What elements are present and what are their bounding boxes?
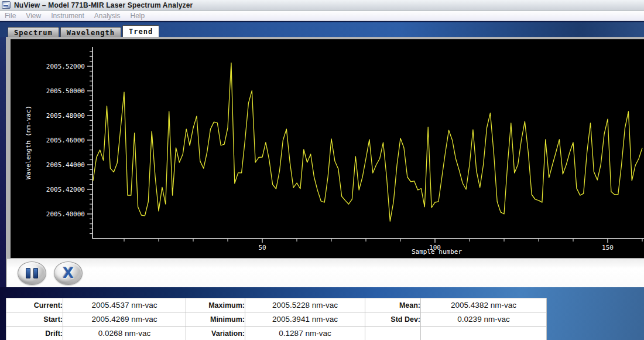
stats-table: Current: 2005.4537 nm-vac Maximum: 2005.… (6, 298, 547, 340)
pause-button[interactable] (18, 261, 46, 285)
menu-item-file[interactable]: File (5, 12, 16, 20)
stat-variation-value: 0.1287 nm-vac (245, 327, 365, 340)
stat-minimum-label: Minimum: (186, 312, 245, 327)
stat-minimum-value: 2005.3941 nm-vac (245, 312, 365, 327)
tab-bar: Spectrum Wavelength Trend (8, 25, 160, 37)
stat-variation-label: Variation: (186, 327, 245, 340)
svg-text:2005.40000: 2005.40000 (46, 210, 85, 218)
axes: 2005.400002005.420002005.440002005.46000… (46, 47, 644, 251)
svg-text:100: 100 (429, 244, 441, 251)
stat-mean-value: 2005.4382 nm-vac (421, 298, 547, 312)
table-row: Current: 2005.4537 nm-vac Maximum: 2005.… (6, 298, 547, 312)
stat-stddev-value: 0.0239 nm-vac (421, 312, 547, 327)
svg-text:2005.52000: 2005.52000 (46, 63, 85, 70)
table-row: Start: 2005.4269 nm-vac Minimum: 2005.39… (6, 312, 547, 327)
svg-text:2005.46000: 2005.46000 (46, 137, 85, 144)
trend-chart: Wavelength (nm-vac) Sample number 2005.4… (11, 39, 644, 258)
app-icon[interactable] (2, 1, 11, 9)
stat-current-value: 2005.4537 nm-vac (63, 298, 186, 312)
trend-line (93, 63, 642, 221)
y-axis-title: Wavelength (nm-vac) (25, 106, 32, 179)
tab-spectrum[interactable]: Spectrum (8, 27, 59, 37)
x-icon: X (63, 266, 74, 280)
stat-start-label: Start: (6, 312, 63, 327)
stat-current-label: Current: (6, 298, 63, 312)
trend-plot: Wavelength (nm-vac) Sample number 2005.4… (11, 39, 644, 258)
stat-stddev-label: Std Dev: (365, 312, 421, 327)
menu-item-analysis[interactable]: Analysis (94, 12, 121, 20)
stat-maximum-value: 2005.5228 nm-vac (245, 298, 365, 312)
stat-start-value: 2005.4269 nm-vac (63, 312, 186, 327)
svg-text:50: 50 (258, 244, 266, 251)
stat-maximum-label: Maximum: (186, 298, 245, 312)
window-title: NuView – Model 771B-MIR Laser Spectrum A… (14, 1, 193, 9)
pause-icon (26, 268, 30, 278)
tab-trend[interactable]: Trend (122, 25, 159, 37)
stat-mean-label: Mean: (365, 298, 421, 312)
svg-text:2005.42000: 2005.42000 (46, 186, 85, 193)
svg-text:2005.48000: 2005.48000 (46, 112, 85, 120)
table-row: Drift: 0.0268 nm-vac Variation: 0.1287 n… (6, 327, 547, 340)
svg-text:2005.50000: 2005.50000 (46, 87, 85, 95)
stat-empty-value (421, 327, 547, 340)
status-area: Current: 2005.4537 nm-vac Maximum: 2005.… (0, 287, 644, 340)
stat-drift-label: Drift: (6, 327, 63, 340)
menu-bar: File View Instrument Analysis Help (0, 11, 644, 21)
stat-empty-label (365, 327, 421, 340)
menu-item-view[interactable]: View (26, 12, 41, 20)
svg-text:2005.44000: 2005.44000 (46, 161, 85, 169)
control-strip: X (7, 258, 644, 287)
app-window: { "window": { "title": "NuView – Model 7… (0, 0, 644, 340)
tab-wavelength[interactable]: Wavelength (60, 27, 121, 37)
title-bar: NuView – Model 771B-MIR Laser Spectrum A… (0, 0, 644, 11)
tab-strip-background: Spectrum Wavelength Trend (0, 21, 644, 37)
stat-drift-value: 0.0268 nm-vac (63, 327, 186, 340)
menu-item-instrument[interactable]: Instrument (51, 12, 84, 20)
svg-text:150: 150 (602, 244, 614, 251)
stop-button[interactable]: X (54, 261, 83, 285)
chart-panel: Wavelength (nm-vac) Sample number 2005.4… (6, 37, 644, 287)
menu-item-help[interactable]: Help (131, 12, 145, 20)
